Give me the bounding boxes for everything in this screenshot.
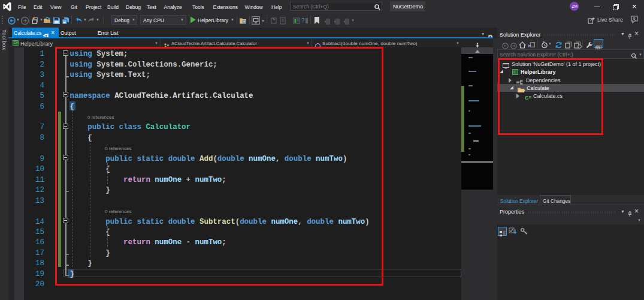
svg-text:?: ? <box>301 17 305 24</box>
